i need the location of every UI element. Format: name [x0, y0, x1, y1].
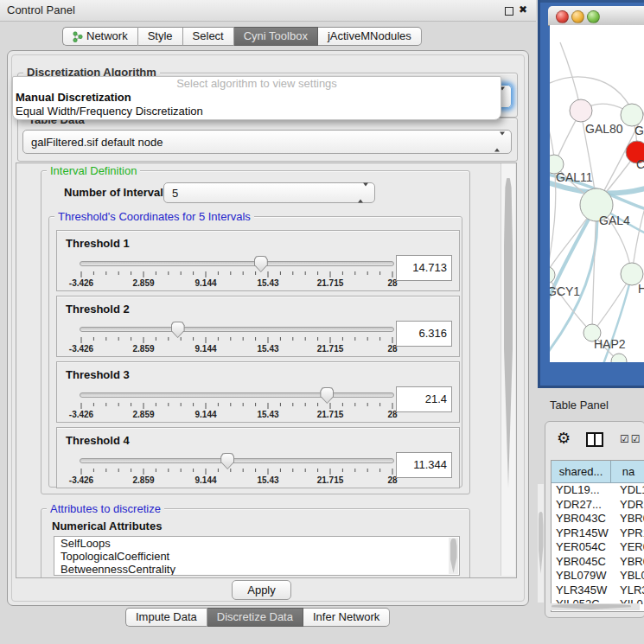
num-intervals-combo[interactable]: 5 [163, 182, 375, 203]
threshold-panel: Threshold 4-3.4262.8599.14415.4321.71528… [56, 427, 460, 488]
slider-track [80, 327, 394, 332]
slider-thumb[interactable] [320, 387, 334, 404]
cell-shared-name: YER054C [552, 540, 615, 555]
slider-tick-label: -3.426 [69, 278, 93, 288]
edge[interactable] [592, 205, 596, 329]
cell-name: YBR0 [615, 555, 644, 570]
tab-jactivemnodules[interactable]: jActiveMNodules [318, 27, 422, 46]
threshold-label: Threshold 1 [66, 237, 130, 250]
attributes-list[interactable]: SelfLoopsTopologicalCoefficientBetweenne… [54, 536, 460, 576]
tab-discretize-data[interactable]: Discretize Data [207, 608, 303, 627]
tab-style[interactable]: Style [138, 27, 183, 46]
cell-name: YER0 [615, 540, 644, 555]
threshold-slider[interactable]: -3.4262.8599.14415.4321.71528 [80, 454, 394, 485]
slider-thumb[interactable] [171, 322, 185, 338]
scrollbar-thumb[interactable] [539, 512, 544, 574]
cell-shared-name: YPR145W [552, 526, 615, 541]
close-traffic-light-icon[interactable] [556, 10, 569, 23]
table-data-combo[interactable]: galFiltered.sif default node [22, 130, 512, 154]
tab-label: Network [86, 28, 128, 45]
table-vertical-scrollbar[interactable] [538, 484, 544, 603]
threshold-slider[interactable]: -3.4262.8599.14415.4321.71528 [80, 388, 394, 419]
node-unlabeled[interactable] [611, 354, 627, 362]
table-panel-title: Table Panel [550, 399, 609, 411]
table-rows: YDL19...YDL1YDR27...YDR2YBR043CYBR0YPR14… [552, 483, 644, 604]
tab-label: Style [148, 28, 173, 45]
tab-select[interactable]: Select [183, 27, 234, 46]
combo-stepper-icon [358, 187, 368, 200]
threshold-label: Threshold 3 [66, 368, 130, 381]
attributes-scrollbar[interactable] [449, 538, 458, 574]
threshold-slider[interactable]: -3.4262.8599.14415.4321.71528 [80, 322, 394, 354]
vertical-scrollbar[interactable] [501, 163, 515, 576]
list-item[interactable]: SelfLoops [54, 537, 459, 550]
threshold-value-field[interactable]: 14.713 [396, 255, 452, 281]
slider-tick-label: -3.426 [69, 344, 93, 354]
scrollbar-thumb[interactable] [504, 178, 513, 488]
slider-tick-label: 9.144 [194, 475, 216, 485]
table-data-value: galFiltered.sif default node [31, 136, 163, 149]
scrollbar-thumb[interactable] [450, 539, 457, 573]
network-graph[interactable]: GAL80GACGAL11GAL4GCY1HHAP2 [550, 25, 644, 362]
threshold-value-field[interactable]: 11.344 [396, 452, 452, 478]
column-header-shared[interactable]: shared... [552, 461, 611, 482]
table-horizontal-scrollbar[interactable] [551, 603, 640, 610]
threshold-value-field[interactable]: 21.4 [396, 386, 452, 412]
table-row[interactable]: YLR345WYLR3 [552, 583, 644, 598]
list-item[interactable]: BetweennessCentrality [54, 563, 459, 576]
tab-impute-data[interactable]: Impute Data [125, 608, 207, 627]
slider-track [80, 392, 394, 398]
dropdown-option-manual-discretization[interactable]: Manual Discretization [13, 91, 501, 105]
desktop: Control Panel ✖ NetworkStyleSelectCyni T… [0, 0, 644, 644]
cell-name: YBL0 [615, 569, 644, 583]
node-label: H [638, 282, 644, 296]
table-row[interactable]: YPR145WYPR1 [552, 526, 644, 541]
checked-box-icons[interactable]: ☑☑ [620, 433, 642, 445]
slider-ticks [80, 337, 394, 345]
minimize-traffic-light-icon[interactable] [571, 10, 584, 23]
threshold-list: Threshold 1-3.4262.8599.14415.4321.71528… [56, 230, 460, 493]
slider-thumb[interactable] [220, 453, 234, 469]
table-row[interactable]: YBR043CYBR0 [552, 512, 644, 526]
table-row[interactable]: YBR045CYBR0 [552, 555, 644, 570]
network-window-titlebar[interactable] [548, 6, 644, 26]
table-row[interactable]: YDR27...YDR2 [552, 498, 644, 513]
slider-tick-label: 2.859 [132, 410, 154, 419]
slider-tick-label: 9.144 [194, 278, 216, 288]
table-row[interactable]: YBL079WYBL0 [552, 569, 644, 583]
split-columns-icon[interactable] [586, 432, 603, 447]
cell-shared-name: YDR27... [552, 498, 615, 513]
slider-ticks [80, 403, 394, 411]
network-canvas[interactable]: GAL80GACGAL11GAL4GCY1HHAP2 [550, 25, 644, 362]
table-row[interactable]: YER054CYER0 [552, 540, 644, 555]
close-icon[interactable]: ✖ [519, 3, 527, 16]
zoom-traffic-light-icon[interactable] [587, 10, 600, 23]
tab-network[interactable]: Network [62, 27, 138, 46]
float-window-icon[interactable] [505, 7, 513, 16]
slider-tick-label: 21.715 [317, 344, 344, 354]
node-gal80[interactable] [570, 99, 592, 122]
node-label: GA [634, 124, 644, 137]
list-item[interactable]: TopologicalCoefficient [54, 550, 459, 563]
top-tab-bar: NetworkStyleSelectCyni ToolboxjActiveMNo… [62, 27, 422, 46]
slider-tick-label: -3.426 [69, 475, 93, 485]
gear-icon[interactable]: ⚙ [557, 429, 571, 447]
threshold-panel: Threshold 2-3.4262.8599.14415.4321.71528… [56, 296, 460, 357]
node-label: GCY1 [550, 284, 580, 298]
tab-cyni-toolbox[interactable]: Cyni Toolbox [234, 27, 318, 46]
apply-button[interactable]: Apply [232, 580, 291, 600]
node-gcy1[interactable] [550, 266, 555, 284]
slider-ticks [80, 469, 394, 476]
column-header-na[interactable]: na [611, 461, 644, 482]
cell-name: YLR3 [615, 583, 644, 598]
threshold-slider[interactable]: -3.4262.8599.14415.4321.71528 [80, 257, 394, 288]
dropdown-option-equal-width-frequency-discretization[interactable]: Equal Width/Frequency Discretization [13, 105, 501, 118]
cell-shared-name: YLR345W [552, 583, 615, 598]
table-row[interactable]: YDL19...YDL1 [552, 483, 644, 498]
threshold-value-field[interactable]: 6.316 [396, 321, 452, 347]
slider-thumb[interactable] [254, 256, 268, 272]
scrollbar-thumb[interactable] [552, 604, 631, 609]
tab-infer-network[interactable]: Infer Network [303, 608, 390, 627]
num-intervals-value: 5 [172, 187, 178, 200]
slider-tick-label: 15.43 [257, 475, 278, 485]
